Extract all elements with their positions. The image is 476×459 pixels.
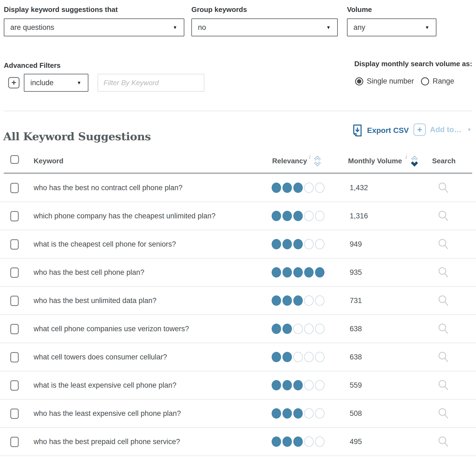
row-search-icon[interactable] xyxy=(437,266,450,279)
chevron-down-icon: ▼ xyxy=(173,25,177,30)
keyword-cell: what cell phone companies use verizon to… xyxy=(34,325,189,333)
row-search-icon[interactable] xyxy=(437,379,450,392)
relevancy-dot xyxy=(282,436,292,447)
volume-cell: 508 xyxy=(350,409,362,418)
relevancy-dots xyxy=(272,295,324,306)
select-all-checkbox[interactable] xyxy=(10,155,19,164)
row-checkbox[interactable] xyxy=(10,211,19,221)
relevancy-dot xyxy=(272,436,281,447)
keyword-cell: who has the best cell phone plan? xyxy=(34,268,144,277)
table-row: what is the least expensive cell phone p… xyxy=(0,371,476,400)
radio-icon xyxy=(421,77,429,85)
row-search-icon[interactable] xyxy=(437,294,450,307)
monthly-volume-info-icon[interactable]: i xyxy=(405,154,407,160)
row-checkbox[interactable] xyxy=(10,267,19,278)
chevron-down-icon: ▼ xyxy=(467,127,472,132)
add-to-button[interactable]: + Add to… ▼ xyxy=(413,123,471,136)
column-header-relevancy: Relevancy xyxy=(272,157,307,165)
relevancy-dot xyxy=(315,183,324,193)
relevancy-dot xyxy=(272,183,281,193)
volume-cell: 1,316 xyxy=(350,212,368,220)
relevancy-dot xyxy=(293,211,303,221)
volume-cell: 638 xyxy=(350,353,362,361)
column-header-keyword: Keyword xyxy=(34,157,63,165)
row-checkbox[interactable] xyxy=(10,380,19,391)
plus-icon: + xyxy=(11,78,16,87)
relevancy-dot xyxy=(304,295,314,306)
keyword-explorer-page: Display keyword suggestions that are que… xyxy=(0,0,476,459)
relevancy-dot xyxy=(272,267,281,278)
table-row: who has the best no contract cell phone … xyxy=(0,174,476,202)
keyword-cell: what cell towers does consumer cellular? xyxy=(34,353,167,361)
relevancy-dot xyxy=(315,380,324,390)
relevancy-dots xyxy=(272,267,324,278)
relevancy-dot xyxy=(282,211,292,221)
filter-condition-select[interactable]: include ▼ xyxy=(24,74,88,92)
relevancy-dot xyxy=(293,239,303,249)
table-row: what cell towers does consumer cellular?… xyxy=(0,343,476,371)
export-file-icon xyxy=(352,124,362,137)
radio-range[interactable]: Range xyxy=(421,77,454,85)
row-checkbox[interactable] xyxy=(10,324,19,334)
relevancy-dot xyxy=(272,239,281,249)
row-checkbox[interactable] xyxy=(10,239,19,250)
row-search-icon[interactable] xyxy=(437,181,450,194)
volume-filter-value: any xyxy=(353,23,365,32)
volume-cell: 949 xyxy=(350,240,362,248)
relevancy-dot xyxy=(293,408,303,419)
column-header-monthly-volume: Monthly Volume xyxy=(348,157,402,165)
row-checkbox[interactable] xyxy=(10,183,19,193)
row-search-icon[interactable] xyxy=(437,350,450,364)
add-plus-icon: + xyxy=(413,123,426,136)
row-search-icon[interactable] xyxy=(437,238,450,251)
relevancy-dot xyxy=(304,436,314,447)
filter-keyword-input[interactable] xyxy=(98,74,204,92)
row-checkbox[interactable] xyxy=(10,296,19,306)
keyword-cell: who has the best no contract cell phone … xyxy=(34,184,182,192)
row-search-icon[interactable] xyxy=(437,322,450,335)
row-checkbox[interactable] xyxy=(10,409,19,419)
relevancy-info-icon[interactable]: i xyxy=(308,154,310,160)
relevancy-dot xyxy=(293,352,303,362)
chevron-down-icon: ▼ xyxy=(77,81,81,85)
row-search-icon[interactable] xyxy=(437,209,450,222)
export-csv-button[interactable]: Export CSV xyxy=(352,124,409,137)
volume-filter-select[interactable]: any ▼ xyxy=(347,18,436,36)
relevancy-dot xyxy=(282,295,292,306)
keyword-cell: what is the cheapest cell phone for seni… xyxy=(34,240,176,248)
row-search-icon[interactable] xyxy=(437,407,450,420)
table-row: who has the best unlimited data plan? 73… xyxy=(0,287,476,315)
group-keywords-label: Group keywords xyxy=(191,5,247,14)
keyword-cell: which phone company has the cheapest unl… xyxy=(34,212,216,220)
relevancy-dot xyxy=(282,352,292,362)
row-checkbox[interactable] xyxy=(10,437,19,447)
relevancy-dot xyxy=(315,352,324,362)
group-keywords-select[interactable]: no ▼ xyxy=(191,18,338,36)
relevancy-dot xyxy=(315,408,324,419)
suggestions-filter-label: Display keyword suggestions that xyxy=(4,5,118,14)
row-checkbox[interactable] xyxy=(10,352,19,362)
relevancy-dots xyxy=(272,380,324,390)
relevancy-dot xyxy=(304,324,314,334)
relevancy-dot xyxy=(315,211,324,221)
volume-cell: 638 xyxy=(350,325,362,333)
volume-cell: 731 xyxy=(350,297,362,305)
relevancy-dot xyxy=(315,239,324,249)
volume-cell: 559 xyxy=(350,381,362,390)
relevancy-dot xyxy=(304,352,314,362)
monthly-volume-sort-icon-desc-active[interactable] xyxy=(410,155,419,167)
radio-single-label: Single number xyxy=(367,77,414,85)
page-title: All Keyword Suggestions xyxy=(3,130,151,143)
radio-single-number[interactable]: Single number xyxy=(355,77,414,85)
table-row: who has the best cell phone plan? 935 xyxy=(0,259,476,287)
keyword-cell: who has the least expensive cell phone p… xyxy=(34,409,181,418)
relevancy-sort-icon[interactable] xyxy=(313,155,321,167)
relevancy-dot xyxy=(293,324,303,334)
relevancy-dot xyxy=(293,380,303,390)
add-filter-button[interactable]: + xyxy=(8,77,20,88)
group-keywords-value: no xyxy=(198,23,206,32)
row-search-icon[interactable] xyxy=(437,435,450,448)
suggestions-filter-select[interactable]: are questions ▼ xyxy=(4,18,184,36)
relevancy-dots xyxy=(272,239,324,249)
relevancy-dot xyxy=(315,436,324,447)
